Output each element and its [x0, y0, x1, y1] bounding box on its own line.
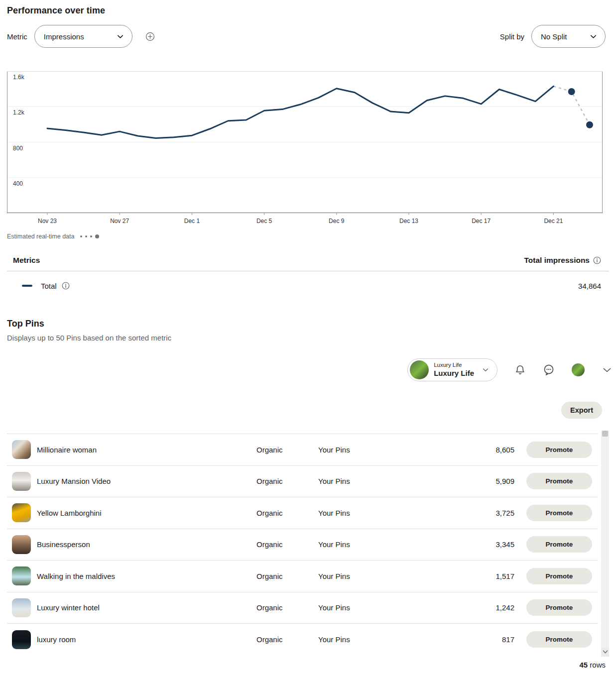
info-icon[interactable]	[62, 282, 70, 290]
scrollbar-thumb[interactable]	[602, 431, 608, 437]
metric-select[interactable]: Impressions	[34, 25, 132, 48]
performance-chart[interactable]: 1.6k1.2k800400Nov 23Nov 27Dec 1Dec 5Dec …	[7, 71, 609, 227]
promote-button[interactable]: Promote	[526, 631, 592, 648]
pin-source: Your Pins	[318, 603, 380, 612]
pin-type: Organic	[256, 540, 318, 549]
estimated-data-legend: Estimated real-time data	[7, 233, 616, 240]
table-row: Businessperson Organic Your Pins 3,345 P…	[7, 529, 598, 561]
top-pins-title: Top Pins	[7, 318, 616, 329]
chevron-down-icon	[482, 366, 489, 373]
pin-thumbnail[interactable]	[12, 535, 31, 554]
pin-title[interactable]: Walking in the maldives	[37, 572, 256, 580]
pin-title[interactable]: Millionaire woman	[37, 446, 256, 454]
pin-impressions-value: 3,345	[380, 540, 514, 549]
metrics-section: Metrics Total impressions Total 34,864	[7, 253, 609, 300]
account-name-small: Luxury Life	[434, 361, 474, 368]
messages-button[interactable]	[543, 364, 555, 376]
x-axis-tick-label: Dec 17	[472, 218, 491, 225]
top-pins-table: Millionaire woman Organic Your Pins 8,60…	[7, 434, 598, 656]
pin-type: Organic	[256, 572, 318, 580]
header-menu-button[interactable]	[602, 365, 613, 375]
notifications-button[interactable]	[514, 364, 526, 376]
account-avatar	[410, 360, 429, 379]
promote-button[interactable]: Promote	[526, 599, 592, 616]
pin-title[interactable]: Luxury winter hotel	[37, 603, 256, 612]
account-switcher[interactable]: Luxury Life Luxury Life	[407, 358, 497, 381]
estimated-data-label: Estimated real-time data	[7, 233, 74, 240]
split-by-select[interactable]: No Split	[531, 25, 606, 48]
chevron-down-icon	[117, 33, 124, 40]
profile-avatar	[572, 363, 585, 376]
total-line	[47, 86, 553, 138]
pin-impressions-value: 817	[380, 635, 514, 644]
line-chart-svg: 1.6k1.2k800400Nov 23Nov 27Dec 1Dec 5Dec …	[7, 71, 603, 227]
pin-impressions-value: 5,909	[380, 477, 514, 485]
estimated-point	[568, 88, 575, 95]
info-icon[interactable]	[593, 256, 601, 264]
pin-source: Your Pins	[318, 509, 380, 517]
add-metric-button[interactable]	[145, 32, 155, 41]
promote-button[interactable]: Promote	[526, 536, 592, 553]
pin-thumbnail[interactable]	[12, 472, 31, 491]
pin-thumbnail[interactable]	[12, 566, 31, 585]
table-row: Yellow Lamborghini Organic Your Pins 3,7…	[7, 497, 598, 529]
account-name-bold: Luxury Life	[434, 369, 474, 378]
export-button[interactable]: Export	[561, 402, 602, 419]
pin-source: Your Pins	[318, 635, 380, 644]
export-row: Export	[0, 402, 602, 419]
pin-title[interactable]: luxury room	[37, 635, 256, 644]
table-row: Luxury winter hotel Organic Your Pins 1,…	[7, 592, 598, 624]
y-axis-tick-label: 400	[13, 180, 23, 187]
split-by-select-value: No Split	[541, 32, 567, 41]
rows-count-number: 45	[579, 661, 588, 669]
chevron-down-icon	[590, 33, 597, 40]
x-axis-tick-label: Nov 23	[38, 218, 57, 225]
x-axis-tick-label: Nov 27	[110, 218, 129, 225]
scrollbar-down-button[interactable]	[601, 648, 609, 657]
chevron-down-icon	[602, 365, 613, 375]
table-scrollbar[interactable]	[601, 431, 609, 657]
estimated-dashed-swatch-icon	[80, 234, 99, 238]
x-axis-tick-label: Dec 21	[544, 218, 563, 225]
total-series-swatch-icon	[22, 285, 32, 287]
profile-button[interactable]	[572, 363, 585, 376]
pin-thumbnail[interactable]	[12, 630, 31, 649]
pin-type: Organic	[256, 635, 318, 644]
pin-title[interactable]: Businessperson	[37, 540, 256, 549]
pin-thumbnail[interactable]	[12, 503, 31, 522]
split-by-label: Split by	[500, 32, 524, 41]
pin-source: Your Pins	[318, 446, 380, 454]
pin-thumbnail[interactable]	[12, 598, 31, 617]
chart-controls: Metric Impressions Split by No Split	[0, 25, 616, 48]
pin-type: Organic	[256, 603, 318, 612]
x-axis-tick-label: Dec 1	[184, 218, 200, 225]
total-impressions-value: 34,864	[578, 282, 601, 290]
pin-thumbnail[interactable]	[12, 440, 31, 459]
pin-impressions-value: 3,725	[380, 509, 514, 517]
x-axis-tick-label: Dec 9	[329, 218, 345, 225]
pin-title[interactable]: Yellow Lamborghini	[37, 509, 256, 517]
promote-button[interactable]: Promote	[526, 568, 592, 584]
pin-source: Your Pins	[318, 540, 380, 549]
pin-type: Organic	[256, 446, 318, 454]
pin-type: Organic	[256, 477, 318, 485]
pin-impressions-value: 1,242	[380, 603, 514, 612]
promote-button[interactable]: Promote	[526, 473, 592, 489]
pin-impressions-value: 1,517	[380, 572, 514, 580]
total-impressions-header: Total impressions	[524, 256, 590, 265]
x-axis-tick-label: Dec 5	[256, 218, 272, 225]
chevron-down-icon	[603, 650, 608, 654]
metric-label: Metric	[7, 32, 27, 41]
promote-button[interactable]: Promote	[526, 442, 592, 458]
metrics-total-row: Total 34,864	[7, 271, 609, 300]
account-header-row: Luxury Life Luxury Life	[0, 358, 613, 381]
pin-source: Your Pins	[318, 477, 380, 485]
promote-button[interactable]: Promote	[526, 505, 592, 521]
estimated-point	[586, 121, 593, 128]
table-row: luxury room Organic Your Pins 817 Promot…	[7, 624, 598, 656]
y-axis-tick-label: 800	[13, 145, 23, 152]
pin-title[interactable]: Luxury Mansion Video	[37, 477, 256, 485]
y-axis-tick-label: 1.6k	[13, 74, 25, 81]
metrics-section-title: Metrics	[13, 256, 40, 265]
total-series-label: Total	[41, 282, 57, 290]
